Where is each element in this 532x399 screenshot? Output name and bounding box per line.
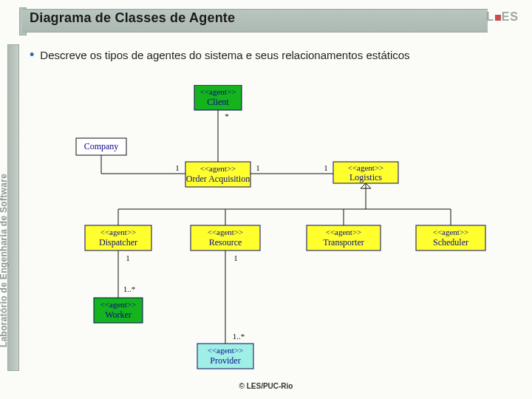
logo-s: S xyxy=(510,10,519,23)
mult-provider-range: 1..* xyxy=(233,332,245,341)
provider-name: Provider xyxy=(210,355,240,366)
logistics-name: Logistics xyxy=(349,172,382,183)
logo-dot-icon xyxy=(495,15,501,21)
bullet-item-1: •Descreve os tipos de agentes do sistema… xyxy=(30,46,517,64)
class-diagram: .box-green{fill:#15b31d;stroke:#0a0a5a;s… xyxy=(41,85,499,373)
resource-name: Resource xyxy=(209,237,242,248)
client-stereo: <<agent>> xyxy=(200,87,236,96)
transporter-name: Transporter xyxy=(323,237,364,248)
box-company: Company xyxy=(76,138,126,155)
box-provider: <<agent>> Provider xyxy=(197,344,253,369)
scheduler-name: Scheduler xyxy=(433,237,468,248)
box-transporter: <<agent>> Transporter xyxy=(307,225,381,250)
box-resource: <<agent>> Resource xyxy=(191,225,260,250)
logo-e: E xyxy=(502,10,511,23)
slide-root: Diagrama de Classes de Agente LES Labora… xyxy=(0,0,532,399)
mult-resource-one: 1 xyxy=(233,253,238,262)
order-name: Order Acquisition xyxy=(186,174,250,184)
side-vertical-label: Laboratório de Engenharia de Software xyxy=(0,37,9,347)
box-logistics: <<agent>> Logistics xyxy=(333,162,398,183)
mult-dispatcher-one: 1 xyxy=(126,253,130,262)
transporter-stereo: <<agent>> xyxy=(326,228,362,236)
mult-client-star: * xyxy=(225,112,229,120)
body-area: •Descreve os tipos de agentes do sistema… xyxy=(30,46,517,64)
box-scheduler: <<agent>> Scheduler xyxy=(416,225,485,250)
bullet-text-1: Descreve os tipos de agentes do sistema … xyxy=(40,49,409,61)
client-name: Client xyxy=(207,97,229,107)
box-dispatcher: <<agent>> Dispatcher xyxy=(85,225,151,250)
box-client: <<agent>> Client xyxy=(194,85,242,110)
brand-logo: LES xyxy=(486,10,519,24)
logistics-stereo: <<agent>> xyxy=(348,163,384,172)
worker-name: Worker xyxy=(105,310,132,320)
mult-order-one-r: 1 xyxy=(324,163,328,172)
scheduler-stereo: <<agent>> xyxy=(433,228,469,236)
order-stereo: <<agent>> xyxy=(200,164,236,173)
side-rail-decor xyxy=(7,44,19,371)
box-worker: <<agent>> Worker xyxy=(94,298,143,323)
box-order-acquisition: <<agent>> Order Acquisition xyxy=(185,162,250,187)
footer-copy: © LES/PUC-Rio xyxy=(0,382,532,390)
mult-order-one-l: 1 xyxy=(256,163,260,172)
mult-company-one: 1 xyxy=(175,163,180,172)
mult-worker-range: 1..* xyxy=(123,284,136,293)
resource-stereo: <<agent>> xyxy=(208,228,244,236)
logo-l: L xyxy=(486,10,494,23)
bullet-dot-icon: • xyxy=(30,47,34,62)
dispatcher-stereo: <<agent>> xyxy=(100,228,137,236)
provider-stereo: <<agent>> xyxy=(208,346,244,355)
dispatcher-name: Dispatcher xyxy=(99,237,137,248)
page-title: Diagrama de Classes de Agente xyxy=(30,10,235,26)
company-name: Company xyxy=(84,141,119,151)
worker-stereo: <<agent>> xyxy=(100,300,137,309)
